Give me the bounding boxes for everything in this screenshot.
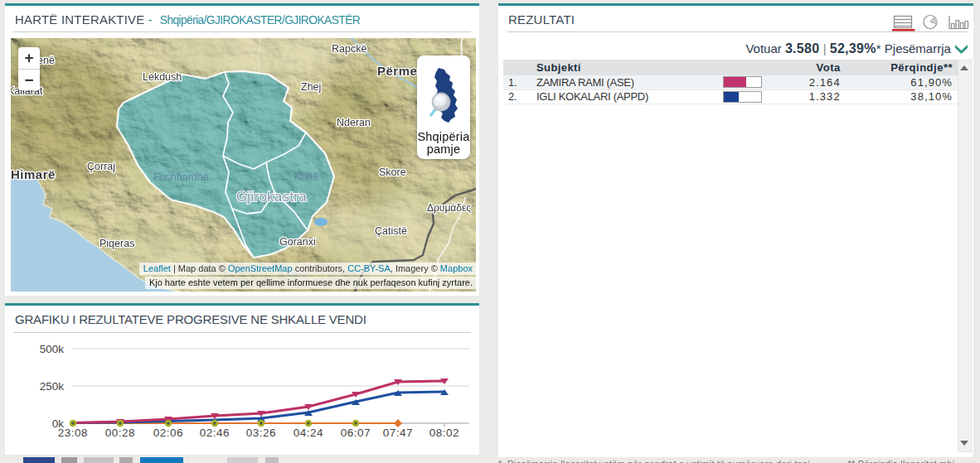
svg-text:Rapckë: Rapckë [332, 43, 366, 55]
svg-text:Nderan: Nderan [337, 117, 371, 128]
svg-text:02:46: 02:46 [200, 427, 230, 439]
svg-text:06:07: 06:07 [341, 427, 371, 439]
svg-text:Çorraj: Çorraj [87, 161, 115, 172]
svg-text:Gjirokastra: Gjirokastra [236, 189, 308, 204]
svg-text:Përmet: Përmet [377, 64, 422, 78]
svg-text:23:08: 23:08 [58, 427, 88, 439]
svg-text:08:02: 08:02 [429, 427, 459, 439]
svg-text:Krinë: Krinë [294, 171, 318, 182]
svg-text:04:24: 04:24 [294, 427, 323, 439]
svg-text:enë: enë [37, 55, 55, 66]
svg-text:Fushbardhë: Fushbardhë [153, 171, 209, 183]
svg-text:03:26: 03:26 [246, 427, 276, 439]
svg-text:02:06: 02:06 [153, 427, 183, 439]
svg-text:Zhej: Zhej [301, 81, 321, 93]
svg-text:Himarë: Himarë [11, 167, 56, 181]
svg-text:Lekdush: Lekdush [143, 71, 182, 83]
svg-text:00:28: 00:28 [105, 427, 135, 439]
svg-text:500k: 500k [40, 343, 65, 355]
svg-text:Δρυμάδες: Δρυμάδες [427, 202, 471, 214]
svg-text:Piqeras: Piqeras [99, 238, 134, 249]
svg-text:07:47: 07:47 [383, 427, 413, 439]
svg-text:Skore: Skore [379, 166, 406, 178]
svg-text:250k: 250k [40, 380, 65, 393]
svg-text:Goranxi: Goranxi [279, 236, 316, 248]
svg-text:Çatistë: Çatistë [375, 225, 407, 237]
